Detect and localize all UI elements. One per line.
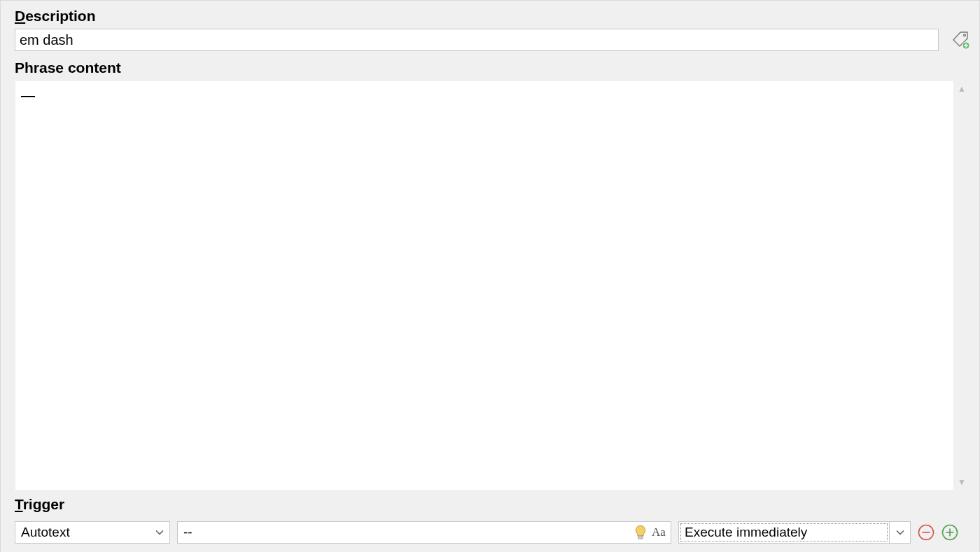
plus-circle-icon	[941, 524, 958, 541]
trigger-label: Trigger	[15, 496, 971, 513]
phrase-content-box: ▲ ▼	[15, 80, 971, 490]
hint-button[interactable]	[631, 523, 650, 542]
case-sensitive-icon: Aa	[652, 525, 666, 539]
trigger-type-combo[interactable]: Autotext	[15, 521, 170, 544]
add-trigger-button[interactable]	[941, 524, 958, 541]
phrase-editor-pane: Description Phrase content ▲ ▼ Trigger	[0, 0, 980, 552]
case-sensitive-button[interactable]: Aa	[650, 523, 668, 542]
trigger-row: Autotext Aa Execute immediately	[15, 521, 971, 544]
trigger-text-field-wrap: Aa	[177, 521, 671, 544]
minus-circle-icon	[918, 524, 934, 541]
scroll-up-icon: ▲	[958, 84, 966, 94]
trigger-execute-combo[interactable]: Execute immediately	[678, 521, 911, 544]
trigger-text-input[interactable]	[178, 525, 631, 540]
hint-bulb-icon	[634, 525, 648, 540]
description-label: Description	[15, 8, 971, 24]
chevron-down-icon[interactable]	[889, 522, 910, 543]
remove-trigger-button[interactable]	[918, 524, 934, 541]
phrase-content-textarea[interactable]	[15, 81, 953, 490]
trigger-execute-value: Execute immediately	[679, 522, 889, 543]
trigger-type-value: Autotext	[15, 525, 150, 540]
content-scrollbar[interactable]: ▲ ▼	[953, 81, 970, 490]
add-tag-button[interactable]	[950, 29, 971, 50]
description-row	[15, 29, 971, 51]
svg-rect-2	[638, 536, 643, 539]
svg-point-0	[964, 34, 966, 36]
scroll-down-icon: ▼	[958, 477, 966, 487]
phrase-content-label: Phrase content	[15, 59, 971, 76]
chevron-down-icon	[150, 528, 169, 537]
tag-add-icon	[951, 30, 970, 50]
description-input[interactable]	[15, 29, 939, 51]
